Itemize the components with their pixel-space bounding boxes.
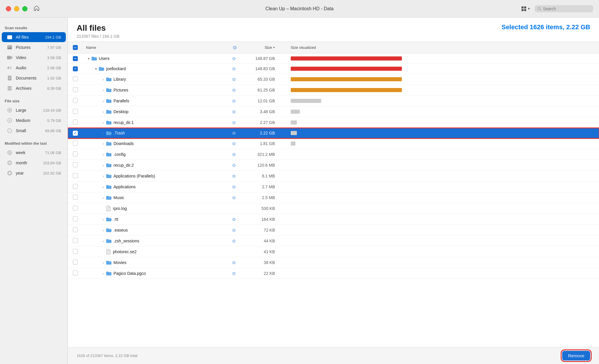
- row-checkbox[interactable]: [68, 268, 82, 279]
- row-checkbox[interactable]: [68, 203, 82, 214]
- row-eye[interactable]: ⊙: [229, 64, 240, 74]
- row-checkbox[interactable]: [68, 160, 82, 171]
- expand-icon[interactable]: ›: [101, 109, 106, 114]
- expand-icon[interactable]: ▾: [86, 56, 91, 61]
- sidebar-item-medium[interactable]: Medium 5.79 GB: [2, 115, 66, 125]
- minimize-button[interactable]: [14, 6, 19, 11]
- sidebar-item-pictures[interactable]: Pictures 7.97 GB: [2, 42, 66, 52]
- row-checkbox[interactable]: [68, 236, 82, 246]
- eye-icon[interactable]: ⊙: [232, 99, 236, 103]
- eye-icon[interactable]: ⊙: [232, 260, 236, 265]
- row-eye[interactable]: ⊙: [229, 96, 240, 106]
- sidebar-item-year[interactable]: year 162.82 GB: [2, 168, 66, 178]
- expand-icon[interactable]: ›: [101, 260, 106, 265]
- sidebar-item-audio[interactable]: Audio 2.08 GB: [2, 63, 66, 73]
- row-name[interactable]: › Desktop: [82, 106, 229, 117]
- row-name[interactable]: › Pictures: [82, 85, 229, 96]
- row-checkbox[interactable]: −: [68, 64, 82, 74]
- row-name[interactable]: › .rtt: [82, 214, 229, 225]
- row-eye[interactable]: ⊙: [229, 128, 240, 138]
- row-eye[interactable]: ⊙: [229, 268, 240, 279]
- row-checkbox[interactable]: [68, 106, 82, 117]
- eye-icon[interactable]: ⊙: [232, 228, 236, 232]
- eye-icon[interactable]: ⊙: [232, 131, 236, 135]
- maximize-button[interactable]: [22, 6, 27, 11]
- row-checkbox[interactable]: [68, 257, 82, 268]
- row-checkbox[interactable]: −: [68, 54, 82, 64]
- eye-icon[interactable]: ⊙: [232, 195, 236, 200]
- eye-icon[interactable]: ⊙: [232, 174, 236, 178]
- row-eye[interactable]: ⊙: [229, 214, 240, 225]
- row-checkbox[interactable]: [68, 149, 82, 160]
- row-eye[interactable]: [229, 246, 240, 257]
- expand-icon[interactable]: ›: [101, 271, 106, 276]
- row-eye[interactable]: ⊙: [229, 225, 240, 236]
- expand-icon[interactable]: ›: [101, 195, 106, 200]
- row-eye[interactable]: ⊙: [229, 117, 240, 128]
- row-checkbox[interactable]: [68, 74, 82, 85]
- expand-icon[interactable]: ›: [101, 130, 106, 136]
- eye-icon[interactable]: ⊙: [232, 184, 236, 189]
- eye-icon[interactable]: ⊙: [232, 163, 236, 168]
- row-name[interactable]: › Parallels: [82, 96, 229, 106]
- row-checkbox[interactable]: [68, 85, 82, 96]
- sidebar-item-all-files[interactable]: All files 194.1 GB: [2, 32, 66, 42]
- row-name[interactable]: › .config: [82, 149, 229, 160]
- sidebar-item-week[interactable]: week 71.06 GB: [2, 148, 66, 158]
- row-name[interactable]: › recup_dir.2: [82, 160, 229, 171]
- eye-icon[interactable]: ⊙: [232, 88, 236, 92]
- row-eye[interactable]: ⊙: [229, 257, 240, 268]
- row-checkbox[interactable]: [68, 171, 82, 182]
- expand-icon[interactable]: ›: [101, 227, 106, 233]
- eye-icon[interactable]: ⊙: [232, 217, 236, 222]
- expand-icon[interactable]: ›: [101, 87, 106, 93]
- row-eye[interactable]: ⊙: [229, 74, 240, 85]
- close-button[interactable]: [6, 6, 11, 11]
- row-name[interactable]: › .easeus: [82, 225, 229, 236]
- row-checkbox[interactable]: [68, 246, 82, 257]
- search-box[interactable]: [535, 5, 593, 12]
- row-name[interactable]: › Applications (Parallels): [82, 171, 229, 182]
- expand-icon[interactable]: ›: [101, 217, 106, 222]
- row-name[interactable]: › Pagico Data.pgco: [82, 268, 229, 279]
- row-checkbox[interactable]: [68, 96, 82, 106]
- expand-icon[interactable]: ›: [101, 120, 106, 125]
- row-eye[interactable]: ⊙: [229, 138, 240, 149]
- sidebar-item-documents[interactable]: Documents 1.62 GB: [2, 73, 66, 83]
- row-eye[interactable]: [229, 203, 240, 214]
- view-options[interactable]: ▾: [521, 6, 530, 12]
- row-eye[interactable]: ⊙: [229, 85, 240, 96]
- row-name[interactable]: › Music: [82, 192, 229, 203]
- search-input[interactable]: [543, 6, 590, 11]
- expand-icon[interactable]: ›: [101, 184, 106, 189]
- sidebar-item-archives[interactable]: Archives 8.39 GB: [2, 83, 66, 93]
- row-name[interactable]: › Library: [82, 74, 229, 85]
- expand-icon[interactable]: ›: [101, 152, 106, 157]
- sidebar-item-month[interactable]: month 103.84 GB: [2, 158, 66, 168]
- eye-icon[interactable]: ⊙: [232, 120, 236, 125]
- expand-icon[interactable]: ›: [101, 163, 106, 168]
- row-eye[interactable]: ⊙: [229, 160, 240, 171]
- eye-icon[interactable]: ⊙: [232, 109, 236, 114]
- header-name[interactable]: Name: [82, 42, 229, 54]
- row-name[interactable]: photorec.se2: [82, 246, 229, 257]
- expand-icon[interactable]: ▾: [93, 66, 99, 71]
- expand-icon[interactable]: ›: [101, 238, 106, 244]
- row-name[interactable]: › .zsh_sessions: [82, 236, 229, 246]
- home-icon[interactable]: [33, 5, 40, 11]
- row-name[interactable]: › Movies: [82, 257, 229, 268]
- row-eye[interactable]: ⊙: [229, 54, 240, 64]
- eye-icon[interactable]: ⊙: [232, 271, 236, 276]
- eye-icon[interactable]: ⊙: [232, 77, 236, 82]
- row-checkbox[interactable]: [68, 117, 82, 128]
- row-checkbox[interactable]: [68, 192, 82, 203]
- row-eye[interactable]: ⊙: [229, 236, 240, 246]
- sidebar-item-small[interactable]: Small 69.89 GB: [2, 126, 66, 136]
- eye-icon[interactable]: ⊙: [232, 239, 236, 243]
- row-eye[interactable]: ⊙: [229, 106, 240, 117]
- row-name[interactable]: › Downloads: [82, 138, 229, 149]
- header-size[interactable]: Size ▾: [240, 42, 278, 54]
- row-checkbox[interactable]: [68, 138, 82, 149]
- expand-icon[interactable]: ›: [101, 173, 106, 179]
- remove-button[interactable]: Remove: [562, 351, 590, 360]
